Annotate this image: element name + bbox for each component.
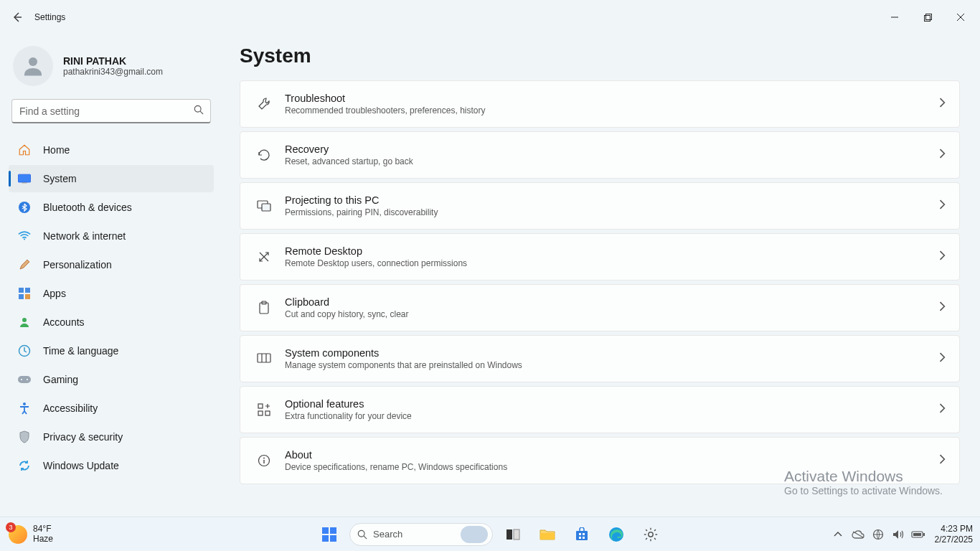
svg-rect-30 [322, 535, 329, 542]
svg-rect-11 [25, 294, 30, 299]
svg-rect-40 [583, 537, 585, 539]
search-icon [194, 105, 204, 118]
avatar [13, 46, 53, 86]
language-icon[interactable] [870, 527, 886, 542]
nav-label: Personalization [43, 259, 112, 270]
search-wrap [11, 99, 211, 123]
card-title: Clipboard [285, 296, 939, 308]
card-remote-desktop[interactable]: Remote DesktopRemote Desktop users, conn… [240, 233, 960, 281]
svg-rect-33 [507, 529, 512, 540]
back-button[interactable] [3, 3, 32, 32]
microsoft-store-button[interactable] [567, 520, 596, 549]
svg-point-12 [22, 318, 27, 322]
svg-point-17 [23, 402, 26, 405]
svg-rect-14 [18, 376, 31, 383]
svg-rect-34 [514, 529, 519, 540]
nav-system[interactable]: System [9, 165, 214, 192]
nav-apps[interactable]: Apps [9, 280, 214, 307]
taskbar-clock[interactable]: 4:23 PM 2/27/2025 [935, 524, 973, 545]
nav-accounts[interactable]: Accounts [9, 309, 214, 336]
chevron-right-icon [939, 352, 946, 365]
recovery-icon [253, 149, 275, 161]
nav-bluetooth[interactable]: Bluetooth & devices [9, 194, 214, 221]
update-icon [17, 458, 32, 473]
svg-point-32 [358, 530, 364, 537]
edge-button[interactable] [602, 520, 631, 549]
svg-rect-29 [330, 527, 336, 534]
nav-label: Gaming [43, 374, 78, 385]
close-button[interactable] [944, 6, 977, 29]
remote-desktop-icon [253, 250, 275, 263]
shield-icon [17, 430, 32, 444]
start-button[interactable] [315, 520, 344, 549]
components-icon [253, 353, 275, 364]
gamepad-icon [17, 372, 32, 387]
brush-icon [17, 258, 32, 272]
nav-gaming[interactable]: Gaming [9, 366, 214, 393]
maximize-button[interactable] [911, 6, 944, 29]
card-clipboard[interactable]: ClipboardCut and copy history, sync, cle… [240, 284, 960, 331]
svg-point-7 [24, 238, 25, 240]
svg-rect-39 [579, 537, 581, 539]
card-title: Recovery [285, 143, 939, 155]
task-view-button[interactable] [499, 520, 527, 549]
user-name: RINI PATHAK [63, 55, 163, 67]
onedrive-icon[interactable] [850, 527, 866, 542]
nav-label: Apps [43, 288, 66, 299]
card-system-components[interactable]: System componentsManage system component… [240, 335, 960, 382]
nav-label: Time & language [43, 345, 118, 357]
bluetooth-icon [17, 200, 32, 215]
volume-icon[interactable] [890, 527, 906, 542]
card-about[interactable]: AboutDevice specifications, rename PC, W… [240, 437, 960, 484]
card-troubleshoot[interactable]: TroubleshootRecommended troubleshooters,… [240, 80, 960, 128]
nav-time-language[interactable]: Time & language [9, 337, 214, 364]
svg-point-3 [194, 105, 201, 112]
svg-rect-36 [576, 531, 588, 540]
minimize-button[interactable] [878, 6, 911, 29]
svg-rect-28 [322, 527, 329, 534]
card-title: Troubleshoot [285, 93, 939, 104]
svg-rect-45 [923, 533, 925, 536]
wrench-icon [253, 97, 275, 111]
settings-taskbar-button[interactable] [636, 520, 665, 549]
weather-badge: 3 [6, 522, 16, 532]
nav-privacy[interactable]: Privacy & security [9, 423, 214, 451]
nav-label: Home [43, 144, 70, 156]
chevron-right-icon [939, 250, 946, 263]
nav-label: Bluetooth & devices [43, 202, 132, 213]
weather-cond: Haze [33, 534, 53, 544]
svg-rect-4 [18, 174, 30, 182]
chevron-right-icon [939, 199, 946, 212]
system-tray: 4:23 PM 2/27/2025 [830, 524, 980, 545]
chevron-right-icon [939, 454, 946, 467]
card-subtitle: Permissions, pairing PIN, discoverabilit… [285, 207, 939, 217]
card-optional-features[interactable]: Optional featuresExtra functionality for… [240, 386, 960, 433]
nav-home[interactable]: Home [9, 136, 214, 164]
svg-rect-31 [330, 535, 336, 542]
chevron-right-icon [939, 149, 946, 161]
nav-accessibility[interactable]: Accessibility [9, 395, 214, 422]
taskbar-search[interactable]: Search [349, 523, 493, 546]
card-title: Optional features [285, 398, 939, 410]
nav-network[interactable]: Network & internet [9, 222, 214, 250]
taskbar-weather[interactable]: 3 84°F Haze [0, 524, 53, 543]
svg-point-15 [21, 379, 22, 380]
weather-temp: 84°F [33, 524, 53, 534]
card-subtitle: Extra functionality for your device [285, 411, 939, 421]
search-input[interactable] [11, 99, 211, 123]
nav-personalization[interactable]: Personalization [9, 251, 214, 278]
user-block[interactable]: RINI PATHAK pathakrini343@gmail.com [9, 43, 214, 99]
apps-icon [17, 286, 32, 301]
card-projecting[interactable]: Projecting to this PCPermissions, pairin… [240, 182, 960, 230]
battery-icon[interactable] [910, 527, 926, 542]
svg-rect-0 [924, 15, 930, 21]
nav-label: Privacy & security [43, 431, 123, 443]
user-email: pathakrini343@gmail.com [63, 67, 163, 77]
card-subtitle: Reset, advanced startup, go back [285, 156, 939, 166]
system-icon [17, 171, 32, 186]
home-icon [17, 143, 32, 157]
card-recovery[interactable]: RecoveryReset, advanced startup, go back [240, 131, 960, 179]
tray-overflow-button[interactable] [830, 527, 846, 542]
nav-windows-update[interactable]: Windows Update [9, 452, 214, 479]
file-explorer-button[interactable] [533, 520, 562, 549]
